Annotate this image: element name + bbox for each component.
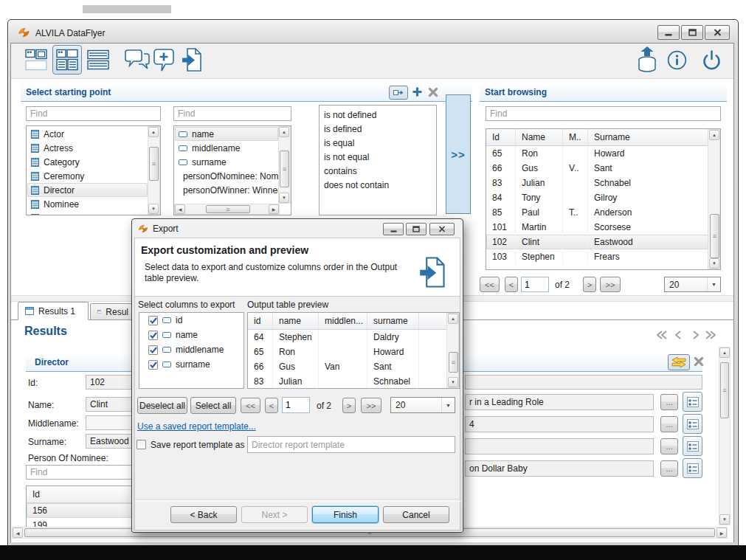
column-header[interactable]: id [248, 313, 273, 329]
detail-field[interactable]: 4 [465, 416, 654, 432]
operator-item[interactable]: is defined [320, 122, 435, 136]
toolbar-layout-compact-button[interactable] [25, 49, 47, 73]
minimize-button[interactable] [657, 25, 680, 40]
preview-row[interactable]: 66GusVanSant [248, 359, 446, 374]
browsing-row[interactable]: 83JulianSchnabel [486, 176, 709, 190]
nominee-row-selected[interactable]: 156 [27, 503, 136, 518]
detail-form-button[interactable] [683, 414, 702, 434]
preview-prev-page-button[interactable]: < [265, 398, 278, 413]
scroll-down-button[interactable] [448, 377, 458, 387]
preview-first-page-button[interactable]: << [241, 398, 260, 413]
checkbox-checked[interactable] [148, 345, 158, 355]
browsing-row-selected[interactable]: 102ClintEastwood [486, 235, 709, 249]
entity-item[interactable]: Actor [27, 127, 148, 141]
section-wide-field[interactable] [465, 375, 702, 390]
close-section-button[interactable] [694, 356, 704, 369]
export-column-item[interactable]: name [139, 328, 244, 342]
scroll-down-button[interactable] [709, 258, 719, 269]
column-header[interactable]: Surname [588, 129, 709, 145]
operator-item[interactable]: does not contain [320, 178, 435, 192]
column-header[interactable]: Name [516, 129, 563, 145]
close-button[interactable] [705, 25, 730, 40]
browsing-last-page-button[interactable]: >> [600, 277, 621, 292]
scroll-up-button[interactable] [719, 348, 730, 358]
scroll-thumb[interactable] [206, 205, 250, 213]
field-item[interactable]: middlename [175, 141, 278, 155]
export-column-item[interactable]: id [139, 313, 244, 328]
column-header[interactable]: M.. [563, 129, 588, 145]
browsing-table-scrollbar[interactable] [708, 129, 720, 269]
entity-list-scrollbar[interactable] [148, 126, 160, 215]
scroll-thumb[interactable] [720, 362, 729, 418]
results-vscrollbar[interactable] [719, 347, 731, 525]
detail-field[interactable] [465, 438, 654, 454]
preview-table-scrollbar[interactable] [446, 313, 459, 388]
operator-item[interactable]: is not equal [320, 150, 435, 164]
entity-find-input[interactable] [26, 106, 161, 121]
nominee-find-input[interactable] [26, 465, 135, 480]
scroll-thumb[interactable] [710, 214, 719, 258]
preview-row[interactable]: 65RonHoward [248, 345, 446, 359]
add-condition-button[interactable] [412, 86, 423, 100]
results-nav-prev-button[interactable] [674, 330, 683, 342]
detail-form-button[interactable] [683, 458, 702, 478]
operator-item[interactable]: contains [320, 164, 435, 178]
field-item-relation[interactable]: personOfNominee: Nomin [175, 169, 278, 183]
field-item-selected[interactable]: name [175, 127, 278, 141]
column-header[interactable]: name [273, 313, 319, 329]
detail-form-button[interactable] [683, 436, 702, 456]
field-find-input[interactable] [173, 106, 291, 121]
preview-page-size-select[interactable]: 20 [390, 397, 455, 413]
field-list-hscrollbar[interactable] [174, 204, 280, 215]
browsing-first-page-button[interactable]: << [480, 277, 500, 292]
deselect-all-button[interactable]: Deselect all [137, 397, 187, 414]
entity-item-selected[interactable]: Director [27, 183, 148, 197]
toolbar-database-upload-button[interactable] [635, 46, 660, 76]
browsing-prev-page-button[interactable]: < [505, 277, 518, 292]
tab-results-2[interactable]: Resul [90, 303, 136, 320]
scroll-left-button[interactable] [13, 528, 23, 538]
detail-field[interactable]: r in a Leading Role [465, 394, 654, 410]
toolbar-layout-split-button[interactable] [52, 45, 82, 75]
scroll-up-button[interactable] [279, 127, 289, 137]
export-column-item[interactable]: middlename [139, 342, 244, 357]
back-button[interactable]: < Back [170, 506, 237, 523]
dialog-minimize-button[interactable] [383, 223, 404, 235]
results-nav-next-button[interactable] [691, 330, 700, 342]
select-all-button[interactable]: Select all [190, 397, 236, 414]
dialog-maximize-button[interactable] [406, 223, 426, 235]
detail-more-button[interactable]: ... [660, 416, 678, 432]
entity-item[interactable]: Nominee [27, 197, 148, 211]
operator-item[interactable]: is equal [320, 136, 435, 150]
cancel-button[interactable]: Cancel [383, 506, 449, 523]
scroll-up-button[interactable] [709, 130, 719, 140]
column-header[interactable]: Id [486, 129, 516, 145]
relation-filter-toggle-button[interactable] [389, 86, 408, 100]
apply-filter-button[interactable]: >> [446, 94, 471, 214]
detail-more-button[interactable]: ... [660, 438, 678, 454]
template-name-input[interactable] [247, 436, 455, 453]
scroll-thumb[interactable] [149, 147, 159, 181]
column-header[interactable]: middlen... [319, 313, 367, 329]
scroll-down-button[interactable] [719, 514, 730, 525]
checkbox-checked[interactable] [148, 331, 158, 340]
checkbox-checked[interactable] [148, 316, 158, 325]
dialog-close-button[interactable] [429, 223, 455, 235]
entity-item[interactable]: Category [27, 155, 148, 169]
scroll-thumb[interactable] [449, 352, 458, 373]
next-button[interactable]: Next > [241, 506, 308, 523]
toolbar-export-button[interactable] [182, 47, 202, 75]
entity-item[interactable]: Ceremony [27, 169, 148, 183]
toolbar-queries-button[interactable] [124, 47, 151, 75]
preview-last-page-button[interactable]: >> [361, 398, 381, 413]
browsing-row[interactable]: 84TonyGilroy [486, 190, 709, 205]
scroll-right-button[interactable] [716, 528, 727, 538]
scroll-right-button[interactable] [269, 204, 279, 214]
field-item[interactable]: surname [175, 155, 278, 169]
save-template-checkbox[interactable] [137, 440, 146, 449]
toolbar-info-button[interactable] [667, 50, 687, 72]
scroll-up-button[interactable] [148, 127, 159, 137]
preview-row[interactable]: 64StephenDaldry [248, 330, 446, 345]
preview-row[interactable]: 83JulianSchnabel [248, 374, 446, 389]
checkbox-checked[interactable] [148, 360, 158, 370]
